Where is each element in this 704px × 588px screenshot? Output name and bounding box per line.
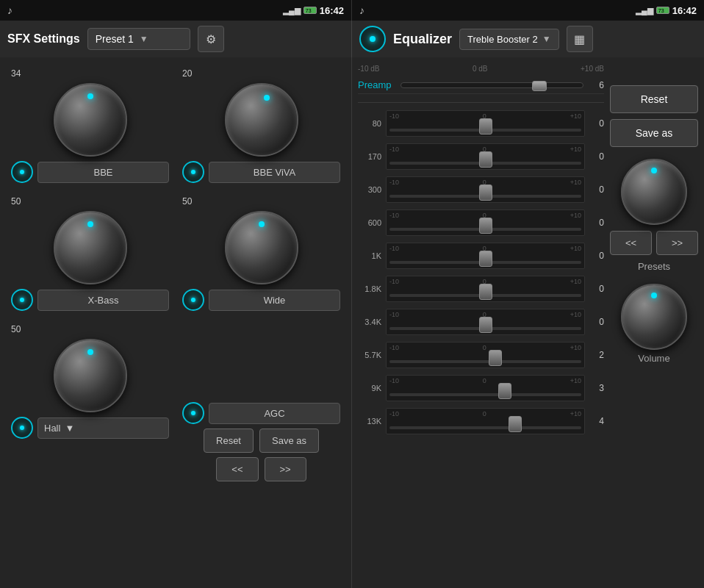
sfx-prev-button[interactable]: << <box>216 457 258 481</box>
eq-value-34k: 0 <box>589 317 604 327</box>
db-label-mid: 0 dB <box>473 65 488 73</box>
sfx-reset-button[interactable]: Reset <box>204 429 254 453</box>
eq-slider-57k[interactable]: -10 0 +10 <box>386 342 585 368</box>
eq-preset-dropdown[interactable]: Treble Booster 2 ▼ <box>459 29 559 50</box>
agc-button[interactable]: AGC <box>209 403 340 424</box>
sfx-saveas-button[interactable]: Save as <box>259 429 319 453</box>
bbe-power-dot <box>20 170 24 174</box>
eq-slider-80[interactable]: -10 0 +10 <box>386 110 585 137</box>
wide-knob[interactable] <box>225 211 298 284</box>
eq-value-57k: 2 <box>589 350 604 360</box>
preamp-slider[interactable] <box>401 82 583 88</box>
eq-volume-knob-dot <box>651 168 657 173</box>
volume-label: Volume <box>638 353 669 364</box>
sfx-next-button[interactable]: >> <box>265 457 306 481</box>
preamp-thumb <box>532 81 547 91</box>
wide-knob-dot <box>259 221 265 227</box>
eq-thumb-600 <box>479 218 492 234</box>
eq-next-button[interactable]: >> <box>656 231 698 255</box>
agc-power-dot <box>191 411 195 415</box>
eq-freq-34k: 3.4K <box>358 318 381 326</box>
bbe-power-btn[interactable] <box>11 161 33 183</box>
eq-second-knob[interactable] <box>621 284 687 350</box>
sfx-settings-icon[interactable]: ⚙ <box>198 26 224 52</box>
hall-power-btn[interactable] <box>11 417 33 439</box>
eq-row-600: 600 -10 0 +10 0 <box>358 207 604 238</box>
sfx-title: SFX Settings <box>7 32 80 46</box>
eq-thumb-57k <box>489 350 502 366</box>
eq-title: Equalizer <box>393 32 452 47</box>
eq-row-18k: 1.8K -10 0 +10 0 <box>358 273 604 304</box>
hall-power-dot <box>20 426 24 430</box>
wide-power-btn[interactable] <box>182 289 204 311</box>
eq-slider-18k[interactable]: -10 0 +10 <box>386 276 585 302</box>
wide-button[interactable]: Wide <box>209 290 340 311</box>
bbe-viva-knob[interactable] <box>225 83 298 157</box>
eq-value-80: 0 <box>589 118 604 129</box>
eq-value-600: 0 <box>589 218 604 228</box>
hall-label: Hall <box>44 423 60 434</box>
eq-slider-1k[interactable]: -10 0 +10 <box>386 243 585 269</box>
eq-thumb-13k <box>509 416 522 432</box>
xbass-knob-label: 50 <box>11 196 21 207</box>
time-right: 16:42 <box>672 5 697 16</box>
eq-row-80: 80 -10 0 +10 0 <box>358 108 604 139</box>
sfx-preset-dropdown[interactable]: Preset 1 ▼ <box>87 28 190 50</box>
xbass-button[interactable]: X-Bass <box>37 290 169 311</box>
eq-preset-label: Treble Booster 2 <box>467 34 538 45</box>
eq-row-170: 170 -10 0 +10 0 <box>358 141 604 172</box>
eq-slider-300[interactable]: -10 0 +10 <box>386 176 585 203</box>
time-left: 16:42 <box>320 5 344 16</box>
bbe-viva-button[interactable]: BBE ViVA <box>209 162 340 183</box>
bbe-knob-dot <box>87 93 93 99</box>
bbe-viva-power-btn[interactable] <box>182 161 204 183</box>
wide-knob-label: 50 <box>182 196 192 207</box>
bbe-button[interactable]: BBE <box>37 162 169 183</box>
db-label-high: +10 dB <box>581 65 604 73</box>
eq-value-300: 0 <box>589 184 604 195</box>
eq-freq-170: 170 <box>358 152 381 161</box>
eq-value-1k: 0 <box>589 251 604 261</box>
eq-prev-button[interactable]: << <box>610 231 652 255</box>
hall-knob[interactable] <box>54 339 127 412</box>
eq-visualization-icon[interactable]: ▦ <box>567 26 593 52</box>
agc-cell: AGC Reset Save as << >> <box>179 320 344 485</box>
sfx-preset-label: Preset 1 <box>96 33 134 45</box>
sfx-preset-arrow: ▼ <box>140 34 148 44</box>
eq-slider-9k[interactable]: -10 0 +10 <box>386 375 585 401</box>
battery-left <box>303 7 317 14</box>
xbass-power-btn[interactable] <box>11 289 33 311</box>
music-icon-right: ♪ <box>359 4 364 16</box>
eq-freq-300: 300 <box>358 185 381 194</box>
eq-reset-button[interactable]: Reset <box>610 85 698 113</box>
music-icon-left: ♪ <box>7 4 12 16</box>
xbass-knob-dot <box>87 221 93 227</box>
eq-thumb-80 <box>479 118 492 135</box>
bbe-knob-label: 34 <box>11 68 21 79</box>
agc-power-btn[interactable] <box>182 402 204 424</box>
eq-row-300: 300 -10 0 +10 0 <box>358 174 604 205</box>
bbe-knob[interactable] <box>54 83 127 157</box>
eq-slider-13k[interactable]: -10 0 +10 <box>386 408 585 434</box>
hall-dropdown[interactable]: Hall ▼ <box>37 417 169 439</box>
bbe-viva-knob-dot <box>264 95 270 101</box>
eq-thumb-300 <box>479 184 492 201</box>
eq-power-dot <box>370 36 376 42</box>
eq-saveas-button[interactable]: Save as <box>610 119 698 147</box>
db-scale: -10 dB 0 dB +10 dB <box>358 63 604 74</box>
eq-slider-34k[interactable]: -10 0 +10 <box>386 309 585 335</box>
preamp-label: Preamp <box>358 79 395 90</box>
bbe-viva-cell: 20 BBE ViVA <box>179 65 344 187</box>
presets-label: Presets <box>638 261 670 272</box>
eq-freq-57k: 5.7K <box>358 351 381 359</box>
eq-power-button[interactable] <box>359 26 386 52</box>
eq-volume-knob[interactable] <box>621 159 687 225</box>
eq-row-1k: 1K -10 0 +10 0 <box>358 240 604 271</box>
hall-cell: 50 Hall ▼ <box>7 320 173 485</box>
xbass-knob[interactable] <box>54 211 127 284</box>
eq-slider-600[interactable]: -10 0 +10 <box>386 209 585 236</box>
eq-freq-18k: 1.8K <box>358 284 381 293</box>
eq-slider-170[interactable]: -10 0 +10 <box>386 143 585 170</box>
eq-second-knob-dot <box>651 293 657 298</box>
xbass-power-dot <box>20 298 24 302</box>
